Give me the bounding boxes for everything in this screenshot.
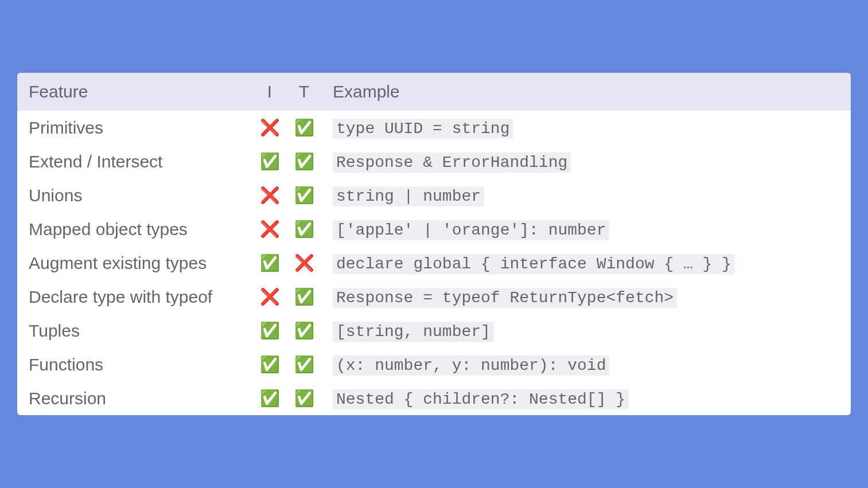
feature-cell: Unions — [17, 178, 252, 212]
check-icon: ✅ — [287, 381, 321, 415]
table-row: Tuples✅✅[string, number] — [17, 314, 851, 348]
check-icon: ✅ — [252, 381, 287, 415]
comparison-card: Feature I T Example Primitives❌✅type UUI… — [17, 73, 851, 415]
example-cell: ['apple' | 'orange']: number — [321, 212, 851, 246]
table-row: Declare type with typeof❌✅Response = typ… — [17, 280, 851, 314]
example-cell: string | number — [321, 178, 851, 212]
feature-table: Feature I T Example Primitives❌✅type UUI… — [17, 73, 851, 415]
table-row: Augment existing types✅❌declare global {… — [17, 246, 851, 280]
header-example: Example — [321, 73, 851, 111]
example-cell: declare global { interface Window { … } … — [321, 246, 851, 280]
table-row: Mapped object types❌✅['apple' | 'orange'… — [17, 212, 851, 246]
header-t: T — [287, 73, 321, 111]
table-row: Recursion✅✅Nested { children?: Nested[] … — [17, 381, 851, 415]
feature-cell: Mapped object types — [17, 212, 252, 246]
check-icon: ✅ — [287, 178, 321, 212]
cross-icon: ❌ — [252, 111, 287, 145]
table-row: Functions✅✅(x: number, y: number): void — [17, 348, 851, 381]
table-row: Unions❌✅string | number — [17, 178, 851, 212]
check-icon: ✅ — [252, 145, 287, 178]
table-row: Primitives❌✅type UUID = string — [17, 111, 851, 145]
check-icon: ✅ — [287, 280, 321, 314]
check-icon: ✅ — [287, 314, 321, 348]
feature-cell: Primitives — [17, 111, 252, 145]
feature-cell: Declare type with typeof — [17, 280, 252, 314]
feature-cell: Tuples — [17, 314, 252, 348]
example-code: Nested { children?: Nested[] } — [333, 389, 629, 409]
table-row: Extend / Intersect✅✅Response & ErrorHand… — [17, 145, 851, 178]
feature-cell: Functions — [17, 348, 252, 381]
cross-icon: ❌ — [287, 246, 321, 280]
example-code: ['apple' | 'orange']: number — [333, 220, 609, 240]
feature-cell: Recursion — [17, 381, 252, 415]
check-icon: ✅ — [252, 246, 287, 280]
table-header-row: Feature I T Example — [17, 73, 851, 111]
example-code: Response & ErrorHandling — [333, 153, 571, 173]
example-code: type UUID = string — [333, 119, 513, 139]
cross-icon: ❌ — [252, 178, 287, 212]
header-feature: Feature — [17, 73, 252, 111]
check-icon: ✅ — [287, 348, 321, 381]
example-cell: Nested { children?: Nested[] } — [321, 381, 851, 415]
feature-cell: Augment existing types — [17, 246, 252, 280]
example-cell: [string, number] — [321, 314, 851, 348]
example-cell: (x: number, y: number): void — [321, 348, 851, 381]
example-code: (x: number, y: number): void — [333, 356, 609, 376]
example-cell: Response & ErrorHandling — [321, 145, 851, 178]
feature-cell: Extend / Intersect — [17, 145, 252, 178]
header-i: I — [252, 73, 287, 111]
check-icon: ✅ — [252, 348, 287, 381]
check-icon: ✅ — [287, 111, 321, 145]
example-cell: type UUID = string — [321, 111, 851, 145]
cross-icon: ❌ — [252, 280, 287, 314]
check-icon: ✅ — [287, 145, 321, 178]
check-icon: ✅ — [252, 314, 287, 348]
example-cell: Response = typeof ReturnType<fetch> — [321, 280, 851, 314]
example-code: string | number — [333, 186, 484, 206]
example-code: Response = typeof ReturnType<fetch> — [333, 288, 677, 308]
example-code: [string, number] — [333, 322, 494, 342]
example-code: declare global { interface Window { … } … — [333, 254, 735, 274]
check-icon: ✅ — [287, 212, 321, 246]
cross-icon: ❌ — [252, 212, 287, 246]
